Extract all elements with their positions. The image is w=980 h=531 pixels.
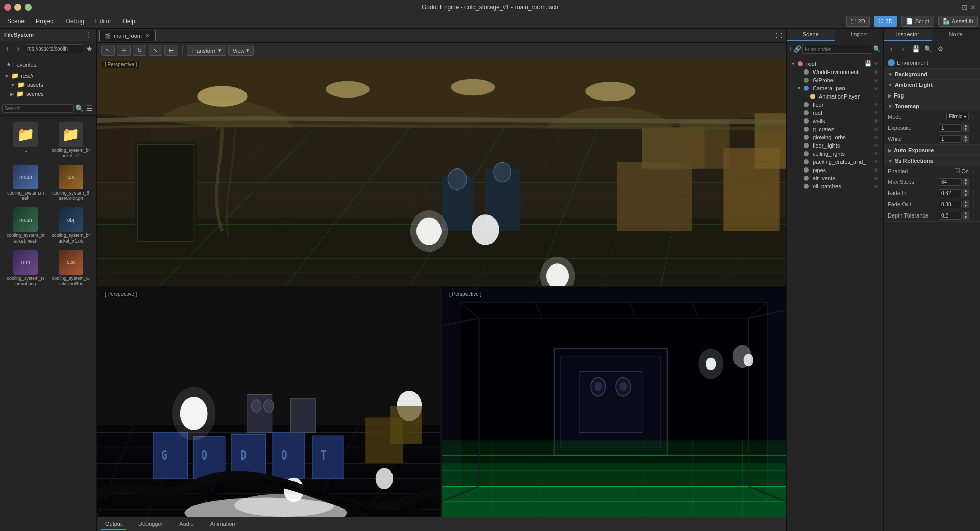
viewport-top[interactable]: [ Perspective ]	[97, 58, 786, 287]
scene-node-pipes[interactable]: pipes 👁	[789, 166, 881, 174]
fadein-down[interactable]: ▼	[963, 193, 969, 197]
fs-bookmark-button[interactable]: ★	[84, 43, 94, 54]
search-icon[interactable]: 🔍	[74, 103, 84, 113]
scene-node-oilpatches[interactable]: oil_patches 👁	[789, 182, 881, 190]
section-tonemap-header[interactable]: ▼ Tonemap	[884, 101, 980, 111]
node-visibility-icon[interactable]: 👁	[874, 69, 879, 75]
section-autoexp-header[interactable]: ▶ Auto Exposure	[884, 145, 980, 155]
node-visibility-icon[interactable]: 👁	[874, 159, 879, 165]
scene-node-worldenv[interactable]: WorldEnvironment 👁	[789, 68, 881, 76]
fs-list-view-icon[interactable]: ☰	[84, 103, 94, 113]
tab-import[interactable]: Import	[835, 29, 884, 41]
scene-node-packingcrates[interactable]: packing_crates_and_ 👁	[789, 158, 881, 166]
maximize-button[interactable]	[24, 4, 32, 11]
scene-node-animplayer[interactable]: AnimationPlayer 👁	[789, 92, 881, 101]
file-item-occlusion[interactable]: occ cooling_system_OcclusionRou	[50, 248, 93, 289]
viewport-bottom-right[interactable]: [ Perspective ]	[442, 287, 786, 517]
node-visibility-icon[interactable]: 👁	[874, 176, 879, 181]
tonemap-mode-dropdown[interactable]: Filmic ▾	[946, 113, 969, 120]
ssr-enabled-options-icon[interactable]: ⋮	[971, 168, 976, 174]
window-resize-icon[interactable]: ⊡	[962, 3, 968, 11]
file-item-bracket-mesh[interactable]: mesh cooling_system_bracket.mesh	[4, 205, 47, 246]
tab-close-icon[interactable]: ✕	[145, 32, 150, 39]
node-visibility-icon[interactable]: 👁	[874, 94, 879, 100]
node-visibility-icon[interactable]: 👁	[874, 110, 879, 116]
scene-node-giprobe[interactable]: GIProbe 👁	[789, 76, 881, 84]
ssr-maxsteps-input[interactable]	[939, 178, 962, 186]
inspector-save-button[interactable]: 💾	[910, 43, 921, 55]
tab-debugger[interactable]: Debugger	[134, 519, 167, 530]
filesystem-menu-icon[interactable]: ⋮	[85, 31, 92, 39]
menu-scene[interactable]: Scene	[2, 16, 30, 27]
node-visibility-icon[interactable]: 👁	[874, 127, 879, 132]
tab-scene[interactable]: Scene	[787, 29, 835, 41]
node-visibility-icon[interactable]: 👁	[874, 184, 879, 189]
ssr-enabled-checkbox[interactable]: ☑	[954, 167, 960, 175]
btn-2d[interactable]: ⬚ 2D	[846, 16, 870, 27]
tab-inspector[interactable]: Inspector	[884, 29, 932, 41]
btn-assetlib[interactable]: 🏪 AssetLib	[938, 16, 978, 27]
menu-project[interactable]: Project	[31, 16, 60, 27]
scene-node-floorlights[interactable]: floor_lights 👁	[789, 141, 881, 150]
scene-node-walls[interactable]: walls 👁	[789, 117, 881, 125]
exposure-options-icon[interactable]: ⋮	[971, 125, 976, 131]
node-visibility-icon[interactable]: 👁	[874, 151, 879, 157]
menu-help[interactable]: Help	[117, 16, 140, 27]
vp-btn-view-menu[interactable]: View ▾	[228, 45, 254, 56]
vp-btn-rotate[interactable]: ↻	[133, 45, 146, 56]
fadeout-down[interactable]: ▼	[963, 204, 969, 208]
vp-btn-move[interactable]: ✛	[117, 45, 131, 56]
file-item-basecolor[interactable]: tex cooling_system_BaseColor.pn	[50, 163, 93, 204]
file-item-bracket-folder[interactable]: 📁 cooling_system_bracket_v1	[50, 120, 93, 161]
scene-filter-input[interactable]	[802, 45, 872, 54]
close-button[interactable]	[4, 4, 11, 11]
ssr-fadein-input[interactable]	[939, 189, 962, 197]
section-fog-header[interactable]: ▶ Fog	[884, 90, 980, 101]
scene-link-button[interactable]: 🔗	[794, 43, 801, 55]
scene-node-glowingorbs[interactable]: glowing_orbs 👁	[789, 133, 881, 141]
node-visibility-icon[interactable]: 👁	[874, 143, 879, 149]
vp-btn-transform-menu[interactable]: Transform ▾	[187, 45, 226, 56]
depthtol-down[interactable]: ▼	[963, 215, 969, 220]
scene-search-icon[interactable]: 🔍	[873, 43, 881, 55]
file-item-dotdot[interactable]: 📁 ..	[4, 120, 47, 161]
exposure-input[interactable]	[939, 124, 962, 132]
scene-node-camera-pan[interactable]: ▼ Camera_pan 👁	[789, 84, 881, 92]
tab-node[interactable]: Node	[932, 29, 981, 41]
node-visibility-icon[interactable]: 👁	[874, 167, 879, 173]
file-item-normal[interactable]: nrm cooling_system_Normal.png	[4, 248, 47, 289]
exposure-down[interactable]: ▼	[963, 128, 969, 132]
tab-audio[interactable]: Audio	[175, 519, 198, 530]
menu-editor[interactable]: Editor	[90, 16, 116, 27]
tab-output[interactable]: Output	[101, 519, 126, 530]
white-input[interactable]	[939, 135, 962, 143]
fs-tree-item-assets[interactable]: ▼ 📁 assets	[2, 80, 94, 89]
vp-btn-select[interactable]: ↖	[101, 45, 115, 56]
vp-btn-transform[interactable]: ⊞	[164, 45, 178, 56]
fadeout-options-icon[interactable]: ⋮	[971, 202, 976, 207]
scene-node-airvents[interactable]: air_vents 👁	[789, 174, 881, 182]
fs-back-button[interactable]: ‹	[2, 43, 12, 54]
vp-btn-scale[interactable]: ⤡	[149, 45, 162, 56]
node-visibility-icon[interactable]: 👁	[874, 86, 879, 91]
scene-node-floor[interactable]: floor 👁	[789, 101, 881, 109]
scene-node-gcrates[interactable]: g_crates 👁	[789, 125, 881, 133]
scene-add-node-button[interactable]: +	[789, 43, 793, 55]
maxsteps-options-icon[interactable]: ⋮	[971, 179, 976, 185]
minimize-button[interactable]	[14, 4, 21, 11]
ssr-depthtol-input[interactable]	[939, 212, 962, 220]
tab-animation[interactable]: Animation	[206, 519, 239, 530]
section-ambient-header[interactable]: ▼ Ambient Light	[884, 80, 980, 90]
node-visibility-icon[interactable]: 👁	[874, 118, 879, 124]
filesystem-search-input[interactable]	[2, 104, 74, 113]
white-options-icon[interactable]: ⋮	[971, 136, 976, 142]
node-visibility-icon[interactable]: 👁	[874, 102, 879, 108]
tonemap-mode-options-icon[interactable]: ⋮	[971, 114, 976, 119]
scene-node-roof[interactable]: roof 👁	[789, 109, 881, 117]
fs-tree-item-scenes[interactable]: ▶ 📁 scenes	[2, 89, 94, 99]
inspector-search-button[interactable]: 🔍	[922, 43, 934, 55]
viewport-bottom-left[interactable]: [ Perspective ]	[97, 287, 442, 517]
file-item-cooling-mesh[interactable]: mesh cooling_system.mesh	[4, 163, 47, 204]
section-background-header[interactable]: ▼ Background	[884, 69, 980, 79]
fadein-options-icon[interactable]: ⋮	[971, 190, 976, 196]
